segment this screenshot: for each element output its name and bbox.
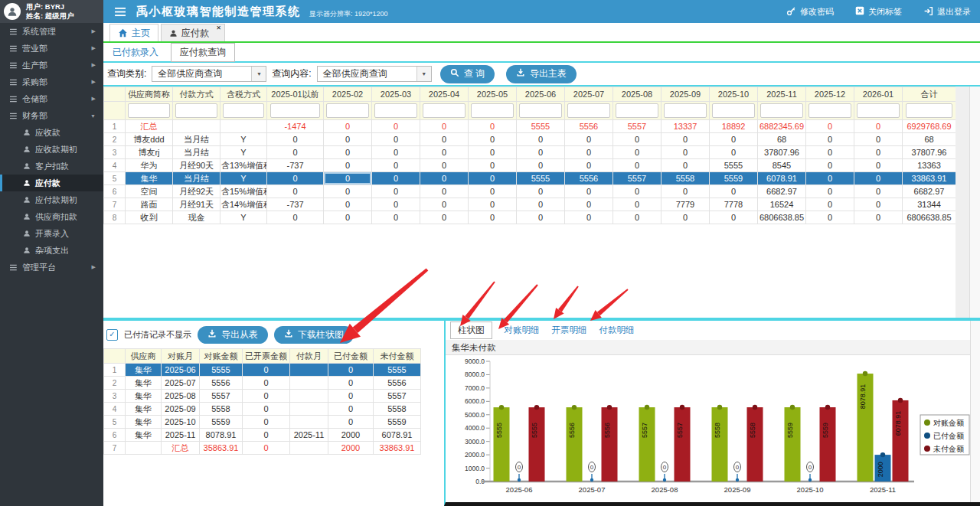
- sidebar-item-应收款[interactable]: 应收款: [0, 124, 103, 141]
- column-header-2025-04[interactable]: 2025-04: [420, 87, 469, 102]
- cell[interactable]: 8545: [758, 159, 806, 172]
- cell[interactable]: 0: [372, 185, 420, 198]
- cell[interactable]: 0: [420, 146, 469, 159]
- cell[interactable]: 0: [420, 172, 469, 185]
- cell[interactable]: 7778: [710, 198, 758, 211]
- cell[interactable]: [290, 416, 328, 429]
- cell[interactable]: 68: [758, 133, 806, 146]
- cell[interactable]: [220, 120, 267, 133]
- cell[interactable]: 0: [324, 211, 372, 224]
- payable-main-row-8[interactable]: 8收到现金Y00000000006806638.85006806638.85: [104, 211, 956, 224]
- cell[interactable]: 0: [565, 211, 613, 224]
- payable-main-row-5[interactable]: 5集华当月结Y00000555555565557555855596078.910…: [104, 172, 956, 185]
- cell[interactable]: 5558: [200, 403, 243, 416]
- cell[interactable]: 0: [565, 185, 613, 198]
- cell[interactable]: 0: [613, 159, 662, 172]
- sidebar-item-系统管理[interactable]: 系统管理▶: [0, 23, 103, 40]
- cell[interactable]: 5557: [374, 390, 421, 403]
- cell[interactable]: 含15%增值税: [220, 185, 267, 198]
- cell[interactable]: 月经90天: [173, 159, 220, 172]
- cell[interactable]: [290, 403, 328, 416]
- column-header-对账金额[interactable]: 对账金额: [200, 349, 243, 364]
- payment-detail-row-1[interactable]: 1集华2025-065555005555: [104, 364, 421, 377]
- filter-input-2025-04[interactable]: [423, 103, 465, 118]
- cell[interactable]: 5556: [565, 120, 613, 133]
- tab-应付款[interactable]: 应付款✕: [161, 24, 225, 41]
- cell[interactable]: 0: [613, 185, 662, 198]
- cell[interactable]: 0: [469, 159, 517, 172]
- filter-input-2025-07[interactable]: [567, 103, 609, 118]
- chart-panel-scrollbar[interactable]: [970, 321, 980, 502]
- cell[interactable]: 0: [613, 211, 662, 224]
- cell[interactable]: 0: [517, 198, 565, 211]
- cell[interactable]: 0: [806, 133, 854, 146]
- query-type-select[interactable]: 全部供应商查询 ▼: [152, 66, 266, 82]
- filter-input-2025-09[interactable]: [664, 103, 706, 118]
- cell[interactable]: 0: [420, 185, 469, 198]
- chart-tab-柱状图[interactable]: 柱状图: [450, 322, 492, 339]
- cell[interactable]: 华为: [126, 159, 173, 172]
- cell[interactable]: 18892: [710, 120, 758, 133]
- cell[interactable]: 0: [243, 416, 290, 429]
- export-main-table-button[interactable]: 导出主表: [506, 65, 577, 83]
- cell[interactable]: 0: [324, 172, 372, 185]
- column-header-2026-01[interactable]: 2026-01: [854, 87, 903, 102]
- sidebar-item-生产部[interactable]: 生产部▶: [0, 57, 103, 73]
- column-header-2025-11[interactable]: 2025-11: [758, 87, 806, 102]
- cell[interactable]: [290, 442, 328, 455]
- cell[interactable]: 2025-08: [162, 390, 200, 403]
- column-header-2025-10[interactable]: 2025-10: [710, 87, 758, 102]
- paid-records-checkbox[interactable]: ✓: [106, 329, 118, 341]
- cell[interactable]: 5555: [200, 364, 243, 377]
- cell[interactable]: 0: [710, 146, 758, 159]
- cell[interactable]: 2000: [328, 429, 374, 442]
- payable-main-row-3[interactable]: 3博友rj当月结Y000000000037807.960037807.96: [104, 146, 956, 159]
- cell[interactable]: 0: [517, 146, 565, 159]
- filter-input-付款方式[interactable]: [175, 103, 217, 118]
- cell[interactable]: 0: [324, 159, 372, 172]
- cell[interactable]: 6882345.69: [758, 120, 806, 133]
- cell[interactable]: 5557: [613, 120, 662, 133]
- cell[interactable]: 0: [243, 390, 290, 403]
- cell[interactable]: 0: [324, 185, 372, 198]
- cell[interactable]: 2025-06: [162, 364, 200, 377]
- cell[interactable]: [290, 377, 328, 390]
- cell[interactable]: 2025-11: [290, 429, 328, 442]
- column-header-2025-05[interactable]: 2025-05: [469, 87, 517, 102]
- cell[interactable]: 0: [372, 172, 420, 185]
- sidebar-item-仓储部[interactable]: 仓储部▶: [0, 90, 103, 107]
- sidebar-item-开票录入[interactable]: 开票录入: [0, 225, 103, 242]
- cell[interactable]: [173, 120, 220, 133]
- cell[interactable]: -737: [267, 159, 324, 172]
- column-header-2025-02[interactable]: 2025-02: [324, 87, 372, 102]
- cell[interactable]: 2025-11: [162, 429, 200, 442]
- cell[interactable]: 0: [613, 198, 662, 211]
- cell[interactable]: 收到: [126, 211, 173, 224]
- column-header-2025-06[interactable]: 2025-06: [517, 87, 565, 102]
- cell[interactable]: 0: [372, 120, 420, 133]
- column-header-未付金额[interactable]: 未付金额: [374, 349, 421, 364]
- cell[interactable]: 0: [243, 364, 290, 377]
- cell[interactable]: 33863.91: [903, 172, 956, 185]
- cell[interactable]: 13337: [662, 120, 710, 133]
- sidebar-item-应付款[interactable]: 应付款: [0, 175, 103, 191]
- cell[interactable]: 0: [420, 211, 469, 224]
- cell[interactable]: Y: [220, 146, 267, 159]
- filter-input-2026-01[interactable]: [857, 103, 899, 118]
- avatar[interactable]: [4, 3, 21, 20]
- cell[interactable]: 0: [806, 146, 854, 159]
- cell[interactable]: 0: [517, 159, 565, 172]
- column-header-对账月[interactable]: 对账月: [162, 349, 200, 364]
- cell[interactable]: Y: [220, 133, 267, 146]
- payable-main-row-2[interactable]: 2博友ddd当月结Y0000000000680068: [104, 133, 956, 146]
- filter-input-供应商简称[interactable]: [128, 103, 169, 118]
- cell[interactable]: 0: [854, 172, 903, 185]
- cell[interactable]: 2025-09: [162, 403, 200, 416]
- sidebar-item-财务部[interactable]: 财务部▼: [0, 107, 103, 124]
- cell[interactable]: 5555: [374, 364, 421, 377]
- filter-input-2025-12[interactable]: [808, 103, 851, 118]
- cell[interactable]: 35863.91: [200, 442, 243, 455]
- cell[interactable]: 5558: [374, 403, 421, 416]
- cell[interactable]: -1474: [267, 120, 324, 133]
- column-header-2025-09[interactable]: 2025-09: [662, 87, 710, 102]
